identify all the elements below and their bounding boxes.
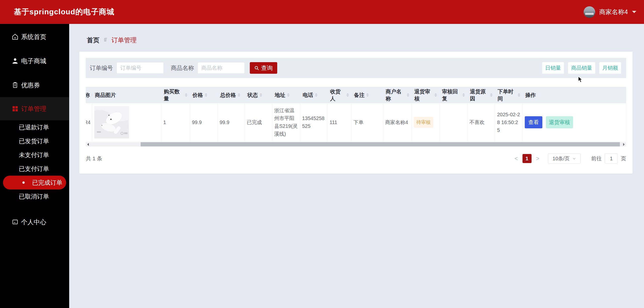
sidebar-item-label: 系统首页 [21,33,46,41]
cell-total-price: 99.9 [218,103,245,141]
column-header-total-price[interactable]: 总价格 [218,92,245,99]
breadcrumb-separator-icon [103,37,108,43]
active-bullet-icon [22,181,25,184]
earbuds-product-photo[interactable] [94,106,129,138]
sort-icon[interactable] [490,92,493,98]
goto-label: 前往 [591,155,602,162]
search-button[interactable]: 查询 [250,62,277,74]
column-header-price[interactable]: 价格 [190,92,218,99]
sidebar-item-unpaid-orders[interactable]: 未支付订单 [0,148,69,162]
sub-item-label: 已退款订单 [19,123,49,131]
sidebar-item-cancelled-orders[interactable]: 已取消订单 [0,189,69,203]
table-row: R4 [86,103,626,142]
horizontal-scrollbar[interactable] [86,142,626,146]
column-header-receiver[interactable]: 收货人 [328,88,351,102]
column-header-remark[interactable]: 备注 [351,92,383,99]
column-header-merchant[interactable]: 商户名称 [383,88,412,102]
scroll-left-icon[interactable] [86,142,90,146]
table-footer: 共 1 条 < 1 > 10条/页 前往 页 [86,153,626,164]
refund-review-button[interactable]: 退货审核 [546,116,573,128]
product-name-label: 商品名称 [171,64,194,72]
sidebar-item-profile[interactable]: 个人中心 [0,210,69,234]
avatar[interactable] [584,6,595,18]
main-content: 首页 订单管理 订单编号 商品名称 查询 [69,24,644,308]
sort-icon[interactable] [238,92,240,98]
page-unit-label: 页 [621,155,626,162]
sort-icon[interactable] [287,92,290,98]
mouse-cursor [578,76,584,84]
sort-icon[interactable] [462,92,465,98]
sort-icon[interactable] [346,92,349,98]
sidebar: 系统首页 电子商城 优惠券 订单管理 已退款订单 已发货订单 未支付订单 已支付… [0,24,69,308]
column-header-clipped[interactable]: 称 [86,92,92,99]
sort-icon[interactable] [315,92,317,98]
prev-page-button[interactable]: < [511,155,521,162]
sidebar-item-label: 优惠券 [21,81,40,89]
sub-item-label: 已取消订单 [19,192,49,201]
coupon-icon [12,82,19,89]
daily-sales-button[interactable]: 日销量 [542,62,564,74]
total-count: 共 1 条 [86,155,102,162]
goto-page-input[interactable] [605,153,618,164]
user-menu[interactable]: 商家名称4 [584,6,636,18]
sidebar-item-coupon[interactable]: 优惠券 [0,73,69,97]
product-sales-button[interactable]: 商品销量 [568,62,595,74]
column-header-refund-review[interactable]: 退货审核 [412,88,439,102]
column-header-refund-reason[interactable]: 退货原因 [467,88,495,102]
sub-item-label: 已完成订单 [32,179,62,187]
order-no-input[interactable] [116,62,164,74]
sort-icon[interactable] [185,92,187,98]
sub-item-label: 已发货订单 [19,137,49,145]
sidebar-item-completed-orders[interactable]: 已完成订单 [3,176,66,189]
view-button[interactable]: 查看 [525,116,542,128]
cell-status: 已完成 [245,103,272,141]
sidebar-item-paid-orders[interactable]: 已支付订单 [0,162,69,176]
order-no-label: 订单编号 [90,64,113,72]
app-title: 基于springcloud的电子商城 [14,7,114,17]
column-header-status[interactable]: 状态 [245,92,272,99]
column-header-address[interactable]: 地址 [272,92,300,99]
column-header-quantity[interactable]: 购买数量 [161,88,190,102]
page-size-select[interactable]: 10条/页 [548,153,581,164]
sidebar-item-shipped-orders[interactable]: 已发货订单 [0,134,69,148]
search-icon [254,66,259,70]
monthly-revenue-button[interactable]: 月销额 [599,62,621,74]
scrollbar-thumb[interactable] [141,142,620,146]
user-name: 商家名称4 [599,8,628,16]
cell-refund-reason: 不喜欢 [467,103,495,141]
sort-icon[interactable] [205,92,207,98]
sort-icon[interactable] [407,92,409,98]
cell-clipped: R4 [86,103,92,141]
sort-icon[interactable] [366,92,369,98]
sidebar-item-orders[interactable]: 订单管理 [0,97,69,120]
sidebar-item-refunded-orders[interactable]: 已退款订单 [0,120,69,134]
app-header: 基于springcloud的电子商城 商家名称4 [0,0,644,24]
cell-actions: 查看 退货审核 [523,103,626,141]
column-header-order-time[interactable]: 下单时间 [495,88,523,102]
cell-address: 浙江省温州市平阳县S219(灵溪线) [272,103,300,141]
table-header-row: 称 商品图片 购买数量 价格 总价格 [86,87,626,103]
column-header-product-image: 商品图片 [92,92,161,99]
column-header-actions: 操作 [523,92,626,99]
next-page-button[interactable]: > [533,155,542,162]
cell-order-time: 2025-02-28 16:50:25 [495,103,523,141]
sidebar-item-label: 订单管理 [21,105,46,113]
sidebar-item-home[interactable]: 系统首页 [0,25,69,49]
scroll-right-icon[interactable] [622,142,626,146]
cell-quantity: 1 [161,103,190,141]
sort-icon[interactable] [260,92,262,98]
orders-submenu: 已退款订单 已发货订单 未支付订单 已支付订单 已完成订单 已取消订单 [0,120,69,203]
breadcrumb-home[interactable]: 首页 [87,36,99,44]
cell-remark: 下单 [351,103,383,141]
page-number-active[interactable]: 1 [522,154,532,163]
chevron-down-icon [632,11,636,15]
product-name-input[interactable] [197,62,245,74]
sort-icon[interactable] [434,92,437,98]
sort-icon[interactable] [518,92,520,98]
column-header-phone[interactable]: 电话 [300,92,328,99]
column-header-review-reply[interactable]: 审核回复 [439,88,467,102]
search-button-label: 查询 [261,64,273,72]
sidebar-item-mall[interactable]: 电子商城 [0,49,69,73]
cell-review-reply [439,103,467,141]
sub-item-label: 已支付订单 [19,165,49,173]
